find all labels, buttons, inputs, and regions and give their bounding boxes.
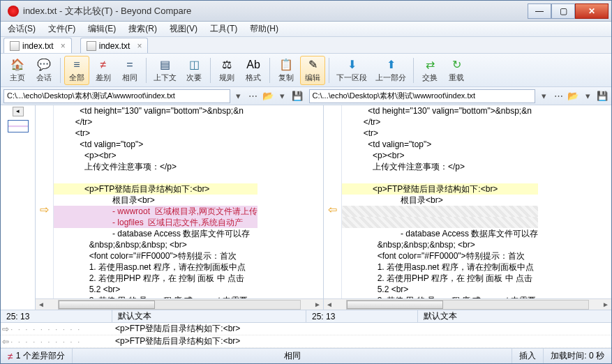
code-line[interactable]: 根目录<br> [342, 195, 538, 206]
browse-icon[interactable]: ⋯ [552, 90, 565, 103]
merge-left-icon[interactable]: ⇦ [1, 337, 10, 347]
code-line[interactable]: 5.2 <br> [342, 284, 538, 295]
swap-button[interactable]: ⇄交换 [417, 56, 442, 85]
browse-icon[interactable]: ⋯ [247, 90, 260, 103]
code-line[interactable] [54, 172, 258, 183]
tab-left-file[interactable]: index.txt × [3, 38, 72, 53]
arrow-up-icon: ⬆ [384, 58, 398, 72]
context-button[interactable]: ▤上下文 [150, 56, 180, 85]
thumbnail-column[interactable]: ◂ [1, 105, 36, 310]
code-line[interactable]: <tr> [54, 128, 258, 139]
document-tabs: index.txt × index.txt × [1, 37, 611, 54]
copy-button[interactable]: 📋复制 [274, 56, 299, 85]
minimize-button[interactable]: — [528, 3, 551, 19]
left-hscroll[interactable]: ◄► [36, 298, 323, 310]
arrow-down-icon: ⬇ [345, 58, 359, 72]
maximize-button[interactable]: ▢ [551, 3, 575, 19]
rules-button[interactable]: ⚖规则 [214, 56, 239, 85]
prev-part-button[interactable]: ⬆上一部分 [372, 56, 410, 85]
code-line[interactable]: &nbsp;&nbsp;&nbsp; <br> [342, 239, 538, 250]
menu-edit[interactable]: 编辑(E) [85, 22, 119, 36]
left-pane: ⇨ <td height="130" valign="bottom">&nbsp… [36, 105, 324, 310]
same-button[interactable]: =相同 [117, 56, 142, 85]
code-line[interactable]: <td valign="top"> [342, 139, 538, 150]
code-line[interactable]: - logfiles 区域日志文件,系统自动产 [54, 217, 258, 228]
code-line[interactable]: - wwwroot 区域根目录,网页文件请上传 [54, 206, 258, 217]
right-code-view[interactable]: <td height="130" valign="bottom">&nbsp;&… [342, 105, 611, 298]
menu-file[interactable]: 文件(F) [45, 22, 78, 36]
menu-view[interactable]: 视图(V) [167, 22, 200, 36]
code-line[interactable]: <td valign="top"> [54, 139, 258, 150]
merge-right-icon[interactable]: ⇨ [1, 324, 10, 334]
reload-icon: ↻ [449, 58, 463, 72]
left-code-view[interactable]: <td height="130" valign="bottom">&nbsp;&… [54, 105, 323, 298]
dropdown-icon[interactable]: ▾ [232, 90, 245, 103]
menubar: 会话(S) 文件(F) 编辑(E) 搜索(R) 视图(V) 工具(T) 帮助(H… [1, 22, 611, 37]
merge-left-icon[interactable]: ⇦ [328, 203, 337, 216]
code-line[interactable]: <td height="130" valign="bottom">&nbsp;&… [342, 105, 538, 116]
merge-right-icon[interactable]: ⇨ [40, 203, 49, 216]
code-line[interactable]: </tr> [342, 116, 538, 128]
code-line[interactable] [342, 172, 538, 183]
code-line[interactable]: 2. 若使用PHP 程序，在 控制 面板 中 点击 [54, 273, 258, 284]
code-line[interactable]: <p><br> [54, 150, 258, 161]
tab-right-file[interactable]: index.txt × [80, 38, 149, 53]
status-diff-count: ≠1 个差异部分 [1, 349, 73, 363]
tab-close-icon[interactable]: × [61, 41, 66, 51]
session-button[interactable]: 💬会话 [31, 56, 57, 85]
code-line[interactable]: - database Access 数据库文件可以存 [54, 228, 258, 239]
code-line[interactable] [342, 217, 538, 228]
right-hscroll[interactable]: ◄► [324, 298, 611, 310]
menu-tools[interactable]: 工具(T) [207, 22, 240, 36]
left-path-input[interactable] [3, 89, 230, 103]
minor-button[interactable]: ◫次要 [181, 56, 207, 85]
collapse-icon[interactable]: ◂ [13, 107, 24, 116]
code-line[interactable]: <td height="130" valign="bottom">&nbsp;&… [54, 105, 258, 116]
code-line[interactable]: <font color="#FF0000">特别提示：首次 [54, 250, 258, 261]
home-button[interactable]: 🏠主页 [5, 56, 30, 85]
code-line[interactable]: 5.2 <br> [54, 284, 258, 295]
code-line[interactable]: 3. 若使 用 的 是asp 程 序 或asp.net 中需要 [342, 295, 538, 298]
code-line[interactable]: <font color="#FF0000">特别提示：首次 [342, 250, 538, 261]
code-line[interactable]: 1. 若使用asp.net 程序，请在控制面板中点 [54, 261, 258, 273]
code-line[interactable]: 3. 若使 用 的 是asp 程 序 或asp.net 中需要 [54, 295, 258, 298]
dropdown-icon[interactable]: ▾ [537, 90, 550, 103]
code-line[interactable]: &nbsp;&nbsp;&nbsp; <br> [54, 239, 258, 250]
format-button[interactable]: Ab格式 [241, 56, 266, 85]
reload-button[interactable]: ↻重载 [444, 56, 469, 85]
menu-session[interactable]: 会话(S) [5, 22, 38, 36]
code-line[interactable]: 上传文件注意事项：</p> [342, 161, 538, 172]
separator [60, 58, 61, 83]
code-line[interactable] [342, 206, 538, 217]
code-line[interactable]: <p>FTP登陆后目录结构如下:<br> [54, 183, 258, 195]
code-line[interactable]: <p>FTP登陆后目录结构如下:<br> [342, 183, 538, 195]
code-line[interactable]: 2. 若使用PHP 程序，在 控制 面板 中 点击 [342, 273, 538, 284]
copy-icon: 📋 [279, 58, 293, 72]
dropdown-icon[interactable]: ▾ [581, 90, 594, 103]
folder-open-icon[interactable]: 📂 [262, 90, 274, 103]
code-line[interactable]: <tr> [342, 128, 538, 139]
diff-button[interactable]: ≠差别 [91, 56, 116, 85]
edit-button[interactable]: ✎编辑 [300, 56, 325, 85]
save-icon[interactable]: 💾 [291, 90, 304, 103]
code-line[interactable]: 根目录<br> [54, 195, 258, 206]
rules-icon: ⚖ [220, 58, 234, 72]
separator [210, 58, 211, 83]
code-line[interactable]: 上传文件注意事项：</p> [54, 161, 258, 172]
code-line[interactable]: 1. 若使用asp.net 程序，请在控制面板中点 [342, 261, 538, 273]
dropdown-icon[interactable]: ▾ [276, 90, 289, 103]
titlebar[interactable]: index.txt - 文本比较(T) - Beyond Compare — ▢… [1, 1, 611, 22]
save-icon[interactable]: 💾 [596, 90, 609, 103]
thumbnail[interactable] [8, 120, 29, 132]
tab-close-icon[interactable]: × [137, 41, 142, 51]
next-section-button[interactable]: ⬇下一区段 [333, 56, 371, 85]
menu-help[interactable]: 帮助(H) [247, 22, 281, 36]
right-path-input[interactable] [309, 89, 536, 103]
code-line[interactable]: </tr> [54, 116, 258, 128]
menu-search[interactable]: 搜索(R) [126, 22, 160, 36]
all-button[interactable]: ≡全部 [64, 56, 89, 85]
close-button[interactable]: ✕ [575, 3, 609, 19]
code-line[interactable]: <p><br> [342, 150, 538, 161]
code-line[interactable]: - database Access 数据库文件可以存 [342, 228, 538, 239]
folder-open-icon[interactable]: 📂 [567, 90, 579, 103]
